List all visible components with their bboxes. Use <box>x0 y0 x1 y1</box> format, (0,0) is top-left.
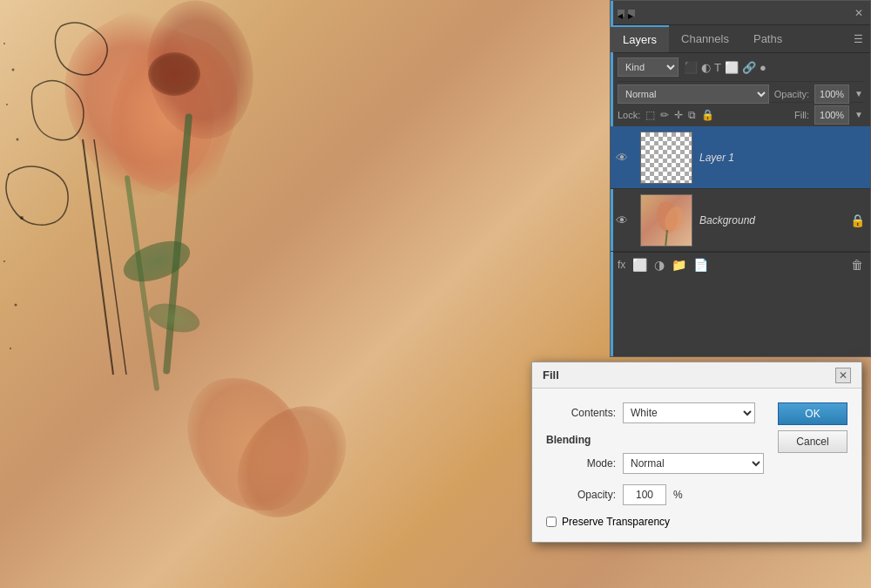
opacity-dropdown[interactable]: ▼ <box>854 89 863 98</box>
fill-dialog-close-button[interactable]: ✕ <box>835 368 851 383</box>
delete-layer-button[interactable]: 🗑 <box>851 258 863 272</box>
svg-point-10 <box>10 348 11 349</box>
layers-list: 👁 Layer 1 👁 Background 🔒 <box>611 126 870 252</box>
blend-mode-select[interactable]: Normal <box>618 84 769 104</box>
opacity-value[interactable]: 100% <box>814 84 849 104</box>
lock-position-icon[interactable]: ✛ <box>674 109 683 121</box>
fill-opacity-input[interactable]: 100 <box>623 484 666 505</box>
fill-cancel-button[interactable]: Cancel <box>778 430 847 453</box>
contents-label: Contents: <box>546 407 616 419</box>
smart-obj-icon[interactable]: 🔗 <box>742 61 756 74</box>
lock-artboard-icon[interactable]: ⧉ <box>688 109 696 121</box>
preserve-transparency-checkbox[interactable] <box>546 517 557 527</box>
fill-opacity-label: Opacity: <box>546 489 616 501</box>
svg-point-8 <box>3 260 5 262</box>
fill-dialog-title: Fill <box>543 368 559 382</box>
svg-point-6 <box>8 173 10 175</box>
lock-image-icon[interactable]: ✏ <box>660 109 669 121</box>
pixel-icon[interactable]: ⬛ <box>684 61 698 74</box>
mode-label: Mode: <box>546 457 616 470</box>
svg-point-7 <box>20 216 24 220</box>
layer1-visibility-icon[interactable]: 👁 <box>616 151 633 165</box>
lock-transparent-icon[interactable]: ⬚ <box>645 109 655 121</box>
tab-channels[interactable]: Channels <box>669 25 741 52</box>
layer-item-background[interactable]: 👁 Background 🔒 <box>611 189 870 252</box>
tab-layers[interactable]: Layers <box>611 25 669 52</box>
panel-titlebar: ◂ ▸ ✕ <box>611 1 870 25</box>
lock-all-icon[interactable]: 🔒 <box>701 109 714 121</box>
opacity-unit: % <box>673 489 683 501</box>
group-layers-button[interactable]: 📁 <box>672 258 686 272</box>
svg-point-9 <box>15 304 17 307</box>
lock-label: Lock: <box>618 110 640 120</box>
svg-point-5 <box>17 139 19 141</box>
fill-value[interactable]: 100% <box>814 105 849 125</box>
panel-collapse-dot[interactable]: ◂ <box>618 10 625 17</box>
shape-icon[interactable]: ⬜ <box>725 61 739 74</box>
add-mask-button[interactable]: ⬜ <box>632 258 647 272</box>
blending-section: Blending Mode: Normal Dissolve Multiply … <box>546 434 764 528</box>
fill-label: Fill: <box>794 110 809 120</box>
lock-icons: ⬚ ✏ ✛ ⧉ 🔒 <box>645 109 714 121</box>
svg-point-4 <box>6 104 8 105</box>
blending-label: Blending <box>546 434 764 446</box>
fill-dialog-fields: Contents: White Foreground Color Backgro… <box>546 402 764 528</box>
fill-dialog-titlebar: Fill ✕ <box>532 362 861 389</box>
background-thumbnail <box>640 194 692 247</box>
contents-row: Contents: White Foreground Color Backgro… <box>546 402 764 423</box>
fill-dropdown[interactable]: ▼ <box>854 110 863 119</box>
fill-opacity-row: Opacity: 100 % <box>546 484 764 505</box>
background-lock-icon: 🔒 <box>850 213 865 227</box>
layer-item-layer1[interactable]: 👁 Layer 1 <box>611 126 870 189</box>
tab-paths[interactable]: Paths <box>741 25 794 52</box>
layer1-thumbnail <box>640 132 692 184</box>
svg-point-3 <box>12 69 15 71</box>
panel-expand-dot[interactable]: ▸ <box>628 10 635 17</box>
mode-row: Mode: Normal Dissolve Multiply Screen Ov… <box>546 453 764 474</box>
panel-tabs: Layers Channels Paths ☰ <box>611 25 870 53</box>
layer1-name[interactable]: Layer 1 <box>699 152 865 164</box>
preserve-transparency-label: Preserve Transparency <box>562 516 670 528</box>
panel-menu-icon[interactable]: ☰ <box>847 25 870 52</box>
layers-panel: ◂ ▸ ✕ Layers Channels Paths ☰ Kind ⬛ ◐ T… <box>610 0 871 357</box>
svg-point-2 <box>3 43 5 44</box>
panel-close-btn[interactable]: ✕ <box>854 7 863 19</box>
fill-dialog-body: Contents: White Foreground Color Backgro… <box>532 389 861 542</box>
circle-icon[interactable]: ● <box>760 61 766 74</box>
adjustment-layer-button[interactable]: ◑ <box>654 258 665 272</box>
opacity-label: Opacity: <box>774 89 809 99</box>
fill-dialog-buttons: OK Cancel <box>778 402 847 528</box>
fx-button[interactable]: fx <box>618 259 625 271</box>
kind-select[interactable]: Kind <box>618 57 679 77</box>
contents-select[interactable]: White Foreground Color Background Color … <box>623 402 755 423</box>
background-visibility-icon[interactable]: 👁 <box>616 213 633 227</box>
layer-controls: Kind ⬛ ◐ T ⬜ 🔗 ● Normal Opacity: 100% ▼ … <box>611 53 870 126</box>
type-icon[interactable]: T <box>714 61 721 74</box>
new-layer-button[interactable]: 📄 <box>693 258 708 272</box>
background-layer-name: Background <box>699 214 850 226</box>
kind-icons: ⬛ ◐ T ⬜ 🔗 ● <box>684 61 766 74</box>
fill-dialog: Fill ✕ Contents: White Foreground Color … <box>531 362 862 543</box>
panel-bottom-toolbar: fx ⬜ ◑ 📁 📄 🗑 <box>611 252 870 276</box>
mode-select[interactable]: Normal Dissolve Multiply Screen Overlay <box>623 453 764 474</box>
adjustment-filter-icon[interactable]: ◐ <box>701 61 711 74</box>
fill-ok-button[interactable]: OK <box>778 402 847 425</box>
svg-line-13 <box>665 230 667 247</box>
preserve-transparency-row: Preserve Transparency <box>546 516 764 528</box>
